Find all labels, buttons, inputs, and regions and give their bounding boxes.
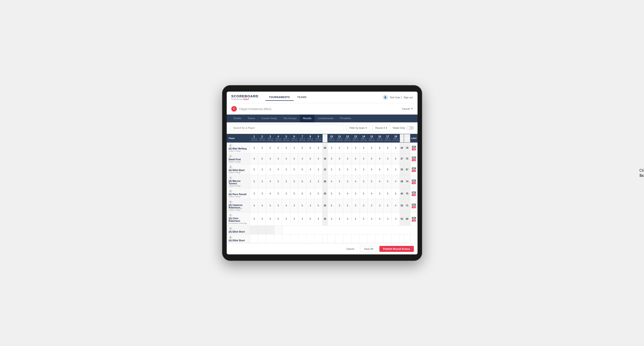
toggle-switch[interactable]	[406, 126, 414, 130]
score-hole-16[interactable]: 4	[376, 212, 384, 226]
nav-tournaments[interactable]: TOURNAMENTS	[265, 94, 294, 101]
score-hole-3[interactable]: 3	[266, 164, 274, 175]
tournament-cancel-btn[interactable]: Cancel ✕	[402, 107, 413, 110]
score-hole-15[interactable]: 3	[368, 212, 376, 226]
tab-leaderboards[interactable]: Leaderboards	[314, 115, 336, 122]
score-hole-6[interactable]: 5	[290, 153, 298, 164]
score-hole-16[interactable]: 4	[376, 175, 384, 188]
score-hole-6[interactable]: 3	[290, 143, 298, 153]
tab-printables[interactable]: Printables	[336, 115, 354, 122]
score-hole-4[interactable]: 5	[274, 175, 282, 188]
score-hole-2[interactable]: 4	[258, 199, 266, 212]
score-hole-3[interactable]: 5	[266, 199, 274, 212]
score-hole-4[interactable]: 4	[274, 164, 282, 175]
score-hole-5[interactable]: 4	[282, 143, 290, 153]
score-hole-9[interactable]: 4	[314, 153, 322, 164]
score-cell[interactable]	[352, 234, 360, 243]
score-hole-8[interactable]: 3	[306, 175, 314, 188]
score-hole-18[interactable]: 3	[392, 164, 400, 175]
score-cell[interactable]	[290, 234, 298, 243]
score-hole-8[interactable]: 6	[306, 143, 314, 153]
score-hole-10[interactable]: 6	[328, 199, 336, 212]
score-hole-4[interactable]: 5	[274, 143, 282, 153]
score-hole-10[interactable]: 4	[328, 175, 336, 188]
score-hole-16[interactable]: 6	[376, 164, 384, 175]
score-hole-18[interactable]: 6	[392, 188, 400, 199]
score-hole-12[interactable]: 5	[344, 164, 352, 175]
wd-badge[interactable]: WD	[412, 157, 416, 159]
score-cell[interactable]	[392, 234, 400, 243]
score-hole-6[interactable]: 3	[290, 199, 298, 212]
score-hole-4[interactable]: 5	[274, 188, 282, 199]
score-hole-3[interactable]: 4	[266, 188, 274, 199]
score-hole-1[interactable]: 3	[250, 212, 258, 226]
score-hole-7[interactable]: 6	[298, 188, 306, 199]
score-hole-9[interactable]: 4	[314, 212, 322, 226]
score-hole-8[interactable]: 4	[306, 164, 314, 175]
score-hole-13[interactable]: 3	[352, 143, 360, 153]
dq-badge[interactable]: DQ	[412, 194, 416, 196]
tab-course-setup[interactable]: Course Setup	[258, 115, 280, 122]
score-cell[interactable]	[274, 234, 282, 243]
score-cell[interactable]	[384, 234, 392, 243]
score-hole-11[interactable]: 5	[336, 143, 344, 153]
score-hole-10[interactable]: 5	[328, 188, 336, 199]
score-hole-15[interactable]: 3	[368, 199, 376, 212]
score-hole-17[interactable]: 5	[384, 175, 392, 188]
score-hole-2[interactable]: 3	[258, 188, 266, 199]
score-hole-17[interactable]: 5	[384, 164, 392, 175]
score-hole-1[interactable]: 5	[250, 175, 258, 188]
dq-badge[interactable]: DQ	[412, 159, 416, 161]
filter-by-team-btn[interactable]: Filter by team ▾	[346, 125, 370, 131]
score-hole-9[interactable]: 5	[314, 199, 322, 212]
score-hole-1[interactable]: 5	[250, 164, 258, 175]
score-hole-8[interactable]: 3	[306, 199, 314, 212]
score-cell[interactable]	[400, 234, 404, 243]
sign-out-link[interactable]: Sign out	[404, 96, 413, 99]
score-hole-9[interactable]: 3	[314, 175, 322, 188]
search-input[interactable]	[230, 125, 344, 131]
score-hole-4[interactable]: 5	[274, 212, 282, 226]
score-hole-11[interactable]: 5	[336, 175, 344, 188]
wd-badge[interactable]: WD	[412, 167, 416, 170]
score-hole-13[interactable]: 3	[352, 199, 360, 212]
score-hole-8[interactable]: 3	[306, 188, 314, 199]
score-hole-14[interactable]: 4	[360, 143, 368, 153]
dq-badge[interactable]: DQ	[412, 182, 416, 184]
score-hole-18[interactable]: 3	[392, 212, 400, 226]
score-hole-7[interactable]: 3	[298, 153, 306, 164]
score-hole-3[interactable]: 4	[266, 175, 274, 188]
score-hole-9[interactable]: 3	[314, 164, 322, 175]
score-hole-18[interactable]: 4	[392, 199, 400, 212]
score-hole-17[interactable]: 5	[384, 143, 392, 153]
score-hole-5[interactable]: 3	[282, 175, 290, 188]
tab-tee-groups[interactable]: Tee Groups	[280, 115, 300, 122]
score-cell[interactable]	[314, 234, 322, 243]
score-hole-2[interactable]: 6	[258, 153, 266, 164]
score-hole-12[interactable]: 3	[344, 143, 352, 153]
score-hole-18[interactable]: 6	[392, 153, 400, 164]
score-hole-13[interactable]: 4	[352, 212, 360, 226]
tab-results[interactable]: Results	[300, 115, 315, 122]
score-hole-12[interactable]: 4	[344, 188, 352, 199]
score-hole-18[interactable]: 3	[392, 143, 400, 153]
score-hole-14[interactable]: 5	[360, 212, 368, 226]
wd-badge[interactable]: WD	[412, 146, 416, 148]
score-hole-13[interactable]: 4	[352, 175, 360, 188]
score-hole-11[interactable]: 3	[336, 164, 344, 175]
score-cell[interactable]	[336, 234, 344, 243]
round-selector-btn[interactable]: Round 3 ▾	[372, 125, 390, 131]
score-hole-4[interactable]: 3	[274, 153, 282, 164]
score-hole-15[interactable]: 5	[368, 153, 376, 164]
score-hole-14[interactable]: 3	[360, 175, 368, 188]
score-hole-18[interactable]: 4	[392, 175, 400, 188]
score-hole-16[interactable]: 6	[376, 143, 384, 153]
score-hole-13[interactable]: 3	[352, 164, 360, 175]
score-hole-15[interactable]: 4	[368, 188, 376, 199]
score-hole-10[interactable]: 3	[328, 212, 336, 226]
score-hole-6[interactable]: 5	[290, 175, 298, 188]
score-hole-3[interactable]: 5	[266, 143, 274, 153]
score-hole-2[interactable]: 4	[258, 212, 266, 226]
score-hole-5[interactable]: 3	[282, 212, 290, 226]
score-hole-1[interactable]: 3	[250, 188, 258, 199]
